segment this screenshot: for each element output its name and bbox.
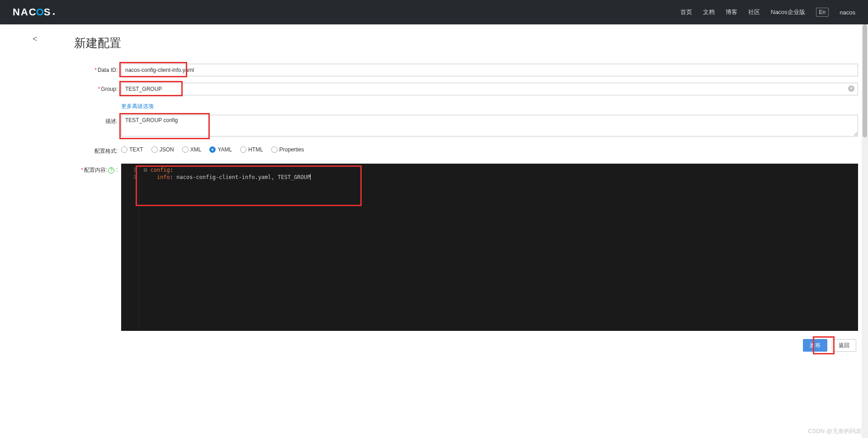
data-id-label: *Data ID: [72, 64, 121, 76]
scrollbar[interactable] [862, 24, 868, 438]
nav-home[interactable]: 首页 [680, 8, 692, 16]
format-radio-html[interactable]: HTML [240, 146, 263, 153]
group-label: *Group: [72, 83, 121, 95]
description-textarea[interactable]: TEST_GROUP config [121, 115, 858, 137]
advanced-options-link[interactable]: 更多高级选项 [121, 103, 154, 110]
logo: NACOS [13, 6, 55, 18]
description-label: 描述: [72, 115, 121, 127]
topbar: NACOS 首页 文档 博客 社区 Nacos企业版 En nacos [0, 0, 868, 24]
back-arrow-icon[interactable]: < [33, 34, 38, 44]
language-switch[interactable]: En [816, 8, 829, 17]
publish-button[interactable]: 发布 [803, 339, 827, 352]
format-radio-text[interactable]: TEXT [121, 146, 143, 153]
clear-icon[interactable]: ✕ [848, 85, 854, 92]
content-panel: 新建配置 *Data ID: *Group: ✕ 更多高级选项 [67, 24, 865, 438]
nav-blog[interactable]: 博客 [726, 8, 737, 16]
format-label: 配置格式: [72, 145, 121, 157]
page-title: 新建配置 [74, 35, 858, 51]
sidebar: < [0, 24, 67, 438]
data-id-input[interactable] [121, 64, 858, 76]
content-label: *配置内容:? : [72, 164, 121, 176]
scrollbar-thumb[interactable] [863, 24, 867, 137]
back-button[interactable]: 返回 [832, 339, 856, 352]
code-editor[interactable]: 1 2 ⊟ config: info: nacos-config-client-… [121, 164, 858, 331]
nav-docs[interactable]: 文档 [703, 8, 715, 16]
format-radio-properties[interactable]: Properties [271, 146, 304, 153]
format-radio-json[interactable]: JSON [151, 146, 174, 153]
nav-enterprise[interactable]: Nacos企业版 [771, 8, 805, 16]
help-icon[interactable]: ? [108, 167, 114, 174]
format-radio-yaml[interactable]: YAML [209, 146, 232, 153]
nav-community[interactable]: 社区 [748, 8, 760, 16]
format-radio-xml[interactable]: XML [182, 146, 202, 153]
user-name[interactable]: nacos [840, 9, 855, 16]
fold-icon[interactable]: ⊟ [144, 167, 147, 173]
code-gutter: 1 2 [121, 164, 139, 331]
group-input[interactable] [121, 83, 858, 95]
